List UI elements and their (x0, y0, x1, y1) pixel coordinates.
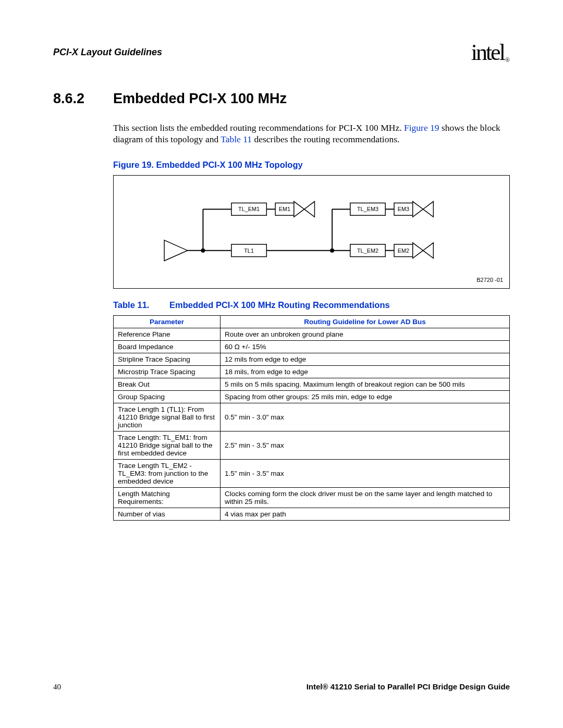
buffer-icon (413, 243, 423, 258)
buffer-icon (304, 201, 315, 217)
table-header-row: Parameter Routing Guideline for Lower AD… (114, 315, 510, 328)
table-row: Trace Length 1 (TL1): From 41210 Bridge … (114, 403, 510, 431)
section-number: 8.6.2 (53, 91, 113, 107)
figure-link[interactable]: Figure 19 (404, 122, 439, 133)
text-run: describes the routing recommendations. (252, 134, 399, 144)
figure-id-label: B2720 -01 (476, 277, 503, 283)
label-em2: EM2 (398, 247, 409, 253)
table-row: Break Out5 mils on 5 mils spacing. Maxim… (114, 378, 510, 390)
driver-icon (164, 240, 188, 261)
label-em1: EM1 (279, 206, 290, 212)
table-row: Trace Length: TL_EM1: from 41210 Bridge … (114, 431, 510, 459)
label-tl-em3: TL_EM3 (357, 206, 378, 212)
col-parameter: Parameter (114, 315, 221, 328)
topology-diagram: TL_EM1 EM1 TL1 TL_EM3 EM3 (113, 175, 510, 289)
running-header-title: PCI-X Layout Guidelines (53, 47, 162, 58)
table-row: Trace Length TL_EM2 - TL_EM3: from junct… (114, 459, 510, 487)
figure-caption: Figure 19. Embedded PCI-X 100 MHz Topolo… (113, 160, 510, 170)
buffer-icon (294, 201, 304, 217)
diagram-svg: TL_EM1 EM1 TL1 TL_EM3 EM3 (114, 176, 509, 288)
page-footer: 40 Intel® 41210 Serial to Parallel PCI B… (53, 682, 510, 692)
intro-paragraph: This section lists the embedded routing … (113, 122, 510, 145)
section-title: Embedded PCI-X 100 MHz (113, 91, 287, 107)
table-row: Length Matching Requirements:Clocks comi… (114, 487, 510, 508)
table-row: Group SpacingSpacing from other groups: … (114, 390, 510, 403)
table-caption: Table 11. Embedded PCI-X 100 MHz Routing… (113, 300, 510, 310)
page-root: PCI-X Layout Guidelines intel® 8.6.2 Emb… (0, 0, 563, 728)
recommendations-table: Parameter Routing Guideline for Lower AD… (113, 315, 510, 521)
label-em3: EM3 (398, 206, 409, 212)
table-row: Board Impedance60 Ω +/- 15% (114, 340, 510, 353)
document-title: Intel® 41210 Serial to Parallel PCI Brid… (307, 682, 510, 691)
table-number: Table 11. (113, 300, 169, 310)
section-heading: 8.6.2 Embedded PCI-X 100 MHz (53, 91, 510, 107)
buffer-icon (423, 201, 434, 217)
intel-logo: intel® (471, 39, 510, 66)
logo-registered-icon: ® (505, 56, 510, 64)
logo-text: intel (471, 40, 504, 65)
label-tl-em2: TL_EM2 (357, 247, 378, 253)
col-guideline: Routing Guideline for Lower AD Bus (221, 315, 510, 328)
table-link[interactable]: Table 11 (221, 134, 252, 144)
page-number: 40 (53, 683, 61, 692)
text-run: This section lists the embedded routing … (113, 122, 404, 133)
table-title-text: Embedded PCI-X 100 MHz Routing Recommend… (169, 300, 390, 310)
table-row: Reference PlaneRoute over an unbroken gr… (114, 328, 510, 340)
table-row: Microstrip Trace Spacing18 mils, from ed… (114, 365, 510, 378)
header: PCI-X Layout Guidelines intel® (53, 39, 510, 66)
table-row: Number of vias4 vias max per path (114, 508, 510, 520)
buffer-icon (413, 201, 423, 217)
label-tl1: TL1 (244, 247, 254, 253)
label-tl-em1: TL_EM1 (238, 206, 260, 212)
table-row: Stripline Trace Spacing12 mils from edge… (114, 353, 510, 365)
buffer-icon (423, 243, 434, 258)
